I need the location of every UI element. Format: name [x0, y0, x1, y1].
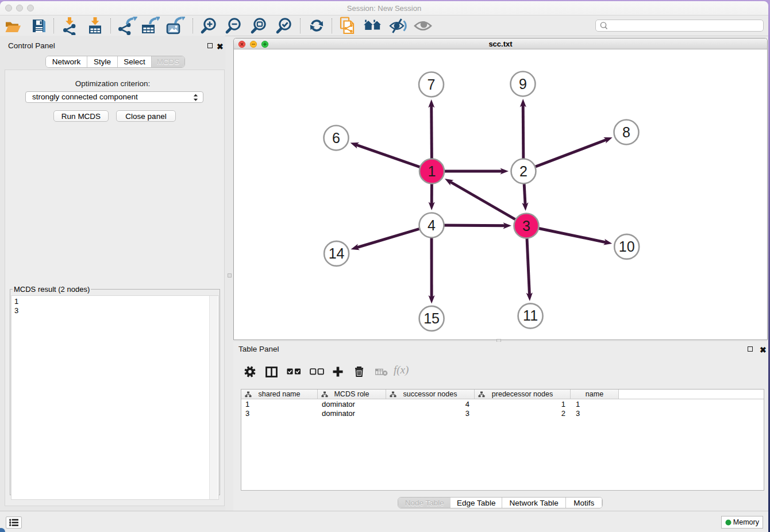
- svg-text:1: 1: [428, 163, 436, 179]
- svg-text:7: 7: [428, 76, 436, 92]
- svg-text:2: 2: [519, 163, 528, 179]
- svg-text:10: 10: [619, 238, 635, 255]
- svg-text:8: 8: [622, 124, 630, 140]
- svg-text:6: 6: [332, 130, 340, 146]
- svg-text:15: 15: [424, 310, 440, 326]
- svg-text:11: 11: [523, 307, 538, 323]
- svg-text:9: 9: [519, 76, 527, 92]
- svg-text:3: 3: [522, 218, 530, 234]
- svg-text:4: 4: [428, 217, 436, 233]
- svg-text:14: 14: [329, 245, 345, 261]
